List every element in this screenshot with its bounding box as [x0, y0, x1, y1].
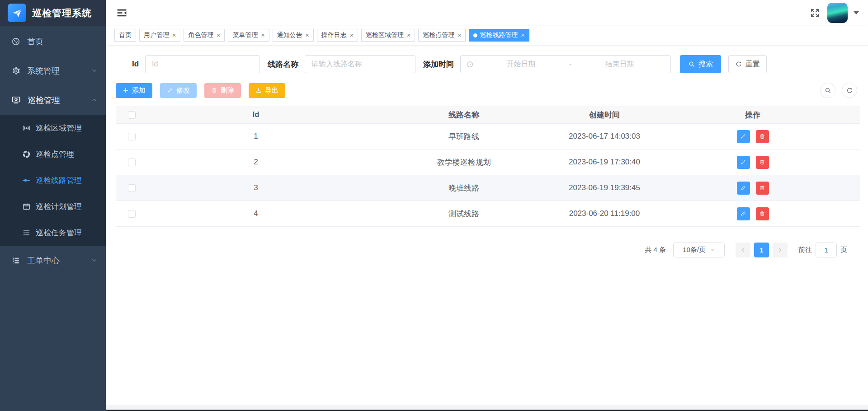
sidebar-item-inspection-plan[interactable]: 巡检计划管理 [0, 193, 106, 220]
view-tab[interactable]: 角色管理 × [184, 29, 225, 42]
cell-route-name: 测试线路 [364, 209, 563, 219]
pen-icon [740, 133, 746, 140]
next-page-button[interactable] [773, 243, 788, 257]
page-content: Id 线路名称 添加时间 开始日期 - 结束日期 搜索 [106, 45, 868, 411]
tab-close-icon[interactable]: × [458, 32, 461, 38]
add-button[interactable]: 添加 [116, 83, 152, 98]
edit-button[interactable]: 修改 [160, 83, 197, 98]
sidebar-item-inspection[interactable]: 巡检管理 [0, 85, 106, 115]
calendar-icon [22, 202, 31, 211]
trash-icon [759, 185, 765, 191]
row-delete-button[interactable] [756, 130, 769, 143]
tab-close-icon[interactable]: × [172, 32, 176, 38]
cell-created-time: 2023-06-17 14:03:03 [563, 132, 646, 141]
view-tab[interactable]: 巡检点管理 × [418, 29, 466, 42]
reset-button-label: 重置 [745, 60, 760, 69]
sidebar-item-inspection-task[interactable]: 巡检任务管理 [0, 220, 106, 246]
fullscreen-button[interactable] [808, 6, 821, 19]
reset-button[interactable]: 重置 [728, 55, 767, 73]
row-delete-button[interactable] [756, 182, 769, 195]
page-size-select[interactable]: 10条/页 [673, 243, 725, 257]
prev-page-button[interactable] [736, 243, 750, 257]
tab-close-icon[interactable]: × [407, 32, 410, 38]
row-edit-button[interactable] [737, 130, 750, 143]
row-checkbox[interactable] [128, 210, 136, 218]
chevron-right-icon [777, 247, 783, 253]
tab-label: 角色管理 [188, 31, 213, 39]
select-all-checkbox[interactable] [128, 111, 136, 119]
tab-close-icon[interactable]: × [306, 32, 309, 38]
date-range-picker[interactable]: 开始日期 - 结束日期 [460, 55, 671, 73]
end-date-placeholder[interactable]: 结束日期 [574, 60, 665, 69]
toolbar: 添加 修改 删除 [116, 83, 860, 98]
cell-route-name: 教学楼巡检规划 [364, 157, 563, 168]
export-button[interactable]: 导出 [249, 83, 285, 98]
chevron-down-icon [91, 257, 98, 264]
row-checkbox[interactable] [128, 184, 136, 192]
table-row: 2 教学楼巡检规划 2023-06-19 17:30:40 [116, 149, 860, 175]
sidebar-item-system[interactable]: 系统管理 [0, 56, 106, 85]
clock-icon [466, 61, 474, 68]
row-delete-button[interactable] [756, 207, 769, 220]
tab-close-icon[interactable]: × [261, 32, 264, 38]
main-area: 首页 × 用户管理 × 角色管理 × 菜单管理 × [106, 0, 868, 411]
column-header-name: 线路名称 [364, 110, 563, 120]
navbar-right [808, 3, 859, 23]
avatar[interactable] [827, 3, 848, 23]
cell-created-time: 2023-06-19 19:39:45 [563, 183, 646, 192]
app-title: 巡检管理系统 [32, 7, 92, 19]
content-bottom-strip [106, 405, 868, 410]
page-number-button[interactable]: 1 [754, 243, 769, 257]
route-name-input[interactable] [305, 55, 415, 73]
search-icon [824, 87, 832, 94]
sidebar-item-label: 首页 [27, 36, 43, 47]
row-checkbox[interactable] [128, 159, 136, 166]
row-edit-button[interactable] [737, 156, 750, 169]
plus-icon [123, 87, 129, 93]
sidebar-item-inspection-area[interactable]: A 巡检区域管理 [0, 115, 106, 141]
cell-actions [646, 156, 860, 169]
tab-label: 操作日志 [321, 31, 347, 39]
refresh-table-button[interactable] [842, 83, 857, 98]
cell-actions [646, 130, 860, 143]
sidebar-toggle-button[interactable] [114, 5, 129, 20]
sidebar-item-home[interactable]: 首页 [0, 27, 106, 56]
id-input[interactable] [145, 55, 260, 73]
tab-close-icon[interactable]: × [521, 32, 524, 38]
view-tab[interactable]: 巡检区域管理 × [361, 29, 415, 42]
table-row: 4 测试线路 2023-06-20 11:19:00 [116, 201, 860, 226]
search-button[interactable]: 搜索 [680, 55, 721, 73]
view-tab[interactable]: 巡检线路管理 × [469, 29, 529, 42]
view-tab[interactable]: 首页 × [114, 29, 136, 42]
sidebar-item-inspection-route[interactable]: 巡检线路管理 [0, 167, 106, 193]
row-edit-button[interactable] [737, 182, 750, 195]
tab-close-icon[interactable]: × [217, 32, 220, 38]
toggle-search-button[interactable] [820, 83, 835, 98]
cell-created-time: 2023-06-20 11:19:00 [563, 209, 646, 218]
trash-icon [211, 87, 217, 93]
caret-down-icon[interactable] [854, 11, 859, 14]
table-row: 1 早班路线 2023-06-17 14:03:03 [116, 123, 860, 149]
cell-actions [646, 207, 860, 220]
view-tab[interactable]: 用户管理 × [139, 29, 180, 42]
delete-button[interactable]: 删除 [204, 83, 241, 98]
row-edit-button[interactable] [737, 207, 750, 220]
sidebar-item-inspection-point[interactable]: 巡检点管理 [0, 141, 106, 167]
start-date-placeholder[interactable]: 开始日期 [476, 60, 566, 69]
chevron-down-icon [91, 67, 98, 74]
task-list-icon [22, 229, 31, 237]
chevron-up-icon [91, 97, 98, 103]
goto-page-input[interactable] [816, 243, 837, 257]
view-tab[interactable]: 操作日志 × [317, 29, 358, 42]
view-tab[interactable]: 通知公告 × [273, 29, 314, 42]
table-body: 1 早班路线 2023-06-17 14:03:03 [116, 123, 860, 226]
search-button-label: 搜索 [698, 60, 713, 69]
row-delete-button[interactable] [756, 156, 769, 169]
chevron-left-icon [740, 247, 746, 253]
tab-close-icon[interactable]: × [350, 32, 354, 38]
row-checkbox[interactable] [128, 133, 136, 140]
sidebar-submenu: A 巡检区域管理 巡检点管理 巡检线路管理 [0, 115, 106, 246]
view-tab[interactable]: 菜单管理 × [228, 29, 269, 42]
sidebar-item-workorder[interactable]: 工单中心 [0, 246, 106, 275]
total-count: 共 4 条 [645, 246, 666, 254]
